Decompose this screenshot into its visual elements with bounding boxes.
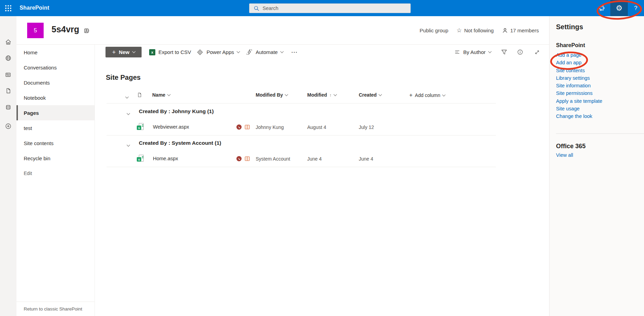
waffle-icon (4, 4, 12, 12)
automate-label: Automate (256, 49, 278, 55)
chevron-down-icon (334, 92, 337, 96)
view-selector-button[interactable]: By Author (454, 45, 491, 59)
cell-modified: August 4 (307, 124, 326, 130)
column-header-modified-by[interactable]: Modified By (256, 92, 288, 98)
file-name-link[interactable]: Home.aspx (153, 156, 178, 161)
divider (107, 135, 496, 135)
link-change-the-look[interactable]: Change the look (556, 112, 602, 120)
link-site-contents[interactable]: Site contents (556, 67, 602, 74)
site-meta: Public group ☆ Not following 17 members (420, 16, 539, 45)
return-classic-link[interactable]: Return to classic SharePoint (16, 302, 95, 316)
home-icon (5, 39, 12, 45)
add-column-button[interactable]: + Add column (409, 92, 445, 98)
automate-button[interactable]: Automate (246, 45, 283, 59)
site-logo[interactable]: 5 (27, 23, 44, 38)
status-book-icon (244, 156, 250, 162)
person-icon (502, 28, 508, 33)
export-csv-label: Export to CSV (158, 49, 191, 55)
new-button[interactable]: + New (106, 47, 142, 57)
main-content: + New x Export to CSV Power Apps Automat… (95, 45, 549, 316)
group-header[interactable]: Created By : System Account (1) (139, 140, 221, 146)
chevron-down-icon (237, 50, 240, 53)
rail-globe-button[interactable] (5, 55, 12, 62)
teams-icon (84, 28, 90, 34)
nav-item-pages[interactable]: Pages (16, 105, 95, 120)
page-icon (137, 92, 142, 98)
members-label: 17 members (510, 28, 539, 33)
expand-diagonal-icon (534, 49, 540, 55)
nav-item-test[interactable]: test (16, 120, 95, 135)
nav-item-documents[interactable]: Documents (16, 75, 95, 90)
column-header-name[interactable]: Name (152, 92, 170, 98)
search-box[interactable] (249, 3, 411, 13)
excel-icon: x (149, 49, 155, 55)
plus-icon: + (112, 49, 116, 55)
status-blocked-icon: ↘ (236, 124, 242, 130)
view-by-label: By Author (463, 49, 486, 55)
plus-icon: + (409, 92, 412, 98)
members-button[interactable]: 17 members (502, 28, 539, 33)
rail-news-button[interactable] (5, 71, 12, 78)
file-name-link[interactable]: Webviewer.aspx (153, 124, 189, 130)
rail-home-button[interactable] (5, 39, 12, 45)
chevron-down-icon (442, 93, 446, 96)
rail-lists-button[interactable] (5, 104, 12, 111)
chevron-down-icon (285, 92, 288, 96)
chevron-down-icon (488, 50, 492, 53)
link-site-usage[interactable]: Site usage (556, 105, 602, 112)
rail-documents-button[interactable] (5, 87, 12, 94)
site-header: 5 5s4vrg Public group ☆ Not following 17 (16, 16, 549, 45)
settings-section-sharepoint: SharePoint (556, 42, 585, 48)
database-icon (5, 104, 12, 111)
megaphone-icon (598, 4, 606, 12)
plus-circle-icon (5, 123, 12, 130)
help-button[interactable]: ? (629, 0, 643, 16)
rail-create-button[interactable] (5, 123, 12, 130)
power-apps-icon (197, 49, 203, 56)
follow-toggle[interactable]: ☆ Not following (456, 28, 493, 33)
divider (107, 103, 496, 103)
group-header[interactable]: Created By : Johnny Kung (1) (139, 108, 214, 115)
group-collapse-chevron[interactable] (127, 110, 130, 116)
app-title: SharePoint (20, 5, 49, 11)
fullscreen-button[interactable] (530, 45, 544, 59)
news-icon (5, 71, 12, 78)
nav-item-notebook[interactable]: Notebook (16, 90, 95, 105)
info-icon (517, 49, 523, 55)
nav-item-site-contents[interactable]: Site contents (16, 135, 95, 151)
cell-created: July 12 (359, 124, 374, 130)
link-add-an-app[interactable]: Add an app (556, 59, 602, 66)
filter-button[interactable] (497, 45, 511, 59)
column-header-modified[interactable]: Modified ↑ (307, 92, 336, 98)
chevron-down-icon (280, 50, 284, 53)
nav-edit-link[interactable]: Edit (16, 166, 95, 181)
group-collapse-chevron[interactable] (127, 141, 130, 148)
site-title: 5s4vrg (52, 24, 79, 34)
link-add-a-page[interactable]: Add a page (556, 51, 602, 59)
nav-item-home[interactable]: Home (16, 45, 95, 60)
more-commands-button[interactable]: ⋯ (289, 45, 300, 59)
status-book-icon (244, 124, 250, 130)
settings-title: Settings (556, 23, 583, 31)
link-view-all[interactable]: View all (556, 152, 573, 158)
follow-label: Not following (464, 28, 494, 33)
app-launcher-waffle-icon[interactable] (4, 4, 12, 12)
nav-item-conversations[interactable]: Conversations (16, 60, 95, 75)
link-apply-site-template[interactable]: Apply a site template (556, 97, 602, 105)
link-site-information[interactable]: Site information (556, 82, 602, 89)
settings-gear-button[interactable]: ⚙ (610, 0, 628, 16)
ellipsis-icon: ⋯ (291, 48, 298, 56)
link-site-permissions[interactable]: Site permissions (556, 89, 602, 97)
power-apps-button[interactable]: Power Apps (197, 45, 240, 59)
select-all-chevron[interactable] (126, 93, 128, 99)
announcements-button[interactable] (595, 0, 609, 16)
nav-item-recycle-bin[interactable]: Recycle bin (16, 151, 95, 166)
file-type-column-icon[interactable] (137, 92, 142, 98)
link-library-settings[interactable]: Library settings (556, 74, 602, 82)
column-header-created[interactable]: Created (359, 92, 381, 98)
search-input[interactable] (263, 6, 400, 11)
info-button[interactable] (513, 45, 527, 59)
left-app-rail (0, 16, 16, 316)
export-csv-button[interactable]: x Export to CSV (149, 45, 191, 59)
chevron-down-icon (132, 50, 135, 53)
